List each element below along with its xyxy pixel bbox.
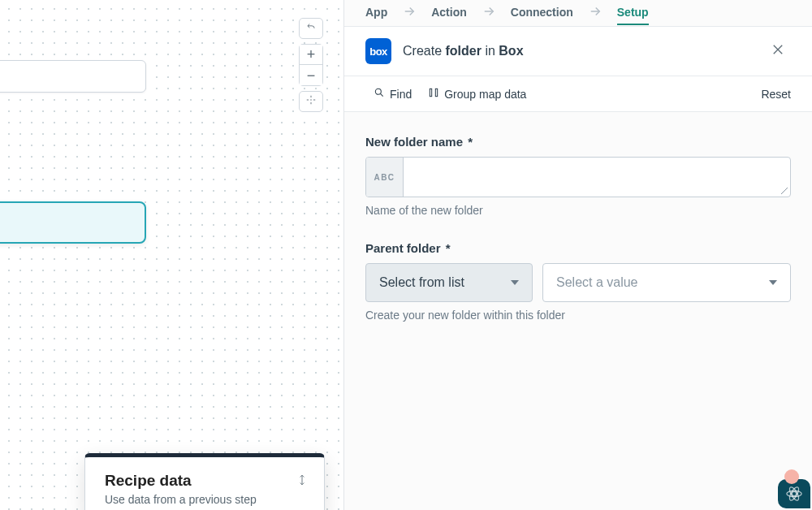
chevron-right-icon [482,4,496,22]
chevron-right-icon [588,4,603,22]
svg-rect-2 [430,89,432,96]
svg-point-1 [375,89,381,94]
workflow-node-trigger[interactable] [0,60,146,93]
field-help-text: Name of the new folder [365,204,791,217]
field-help-text: Create your new folder within this folde… [365,309,791,322]
setup-form: New folder name * ABC Name of the new fo… [344,112,812,510]
box-app-icon: box [365,38,391,64]
resize-handle-icon[interactable] [779,158,790,197]
text-type-icon: ABC [366,158,404,197]
assistant-fab[interactable] [778,479,810,508]
title-object: folder [445,44,481,58]
parent-folder-value-select[interactable]: Select a value [542,263,791,302]
breadcrumb-step-app[interactable]: App [365,6,387,25]
undo-icon [305,21,317,36]
group-map-data-button[interactable]: Group map data [428,87,526,101]
group-map-label: Group map data [444,88,526,101]
required-mark: * [446,241,451,255]
search-icon [374,87,385,101]
drag-handle-icon[interactable] [296,473,308,490]
setup-panel: App Action Connection Setup box Create f… [344,0,812,510]
canvas-zoom-in-button[interactable]: + [299,44,323,65]
close-button[interactable] [765,38,791,64]
svg-point-4 [792,491,797,496]
folder-name-input[interactable] [404,158,779,197]
find-label: Find [390,88,412,101]
canvas-fit-button[interactable] [299,91,323,112]
select-mode-label: Select from list [379,275,464,290]
chevron-right-icon [402,4,417,22]
field-label-text: New folder name [365,135,463,149]
breadcrumb-step-action[interactable]: Action [431,6,467,25]
parent-folder-mode-select[interactable]: Select from list [365,263,533,302]
find-button[interactable]: Find [374,87,412,101]
workflow-node-action-selected[interactable] [0,201,146,244]
plus-icon: + [307,47,316,62]
field-new-folder-name: New folder name * ABC Name of the new fo… [365,135,791,217]
folder-name-input-wrap: ABC [365,157,791,197]
workflow-canvas[interactable]: + − Recipe data Use data from a previous… [0,0,344,510]
title-app: Box [499,44,523,58]
caret-down-icon [769,275,777,290]
panel-titlebar: box Create folder in Box [344,26,812,76]
reset-label: Reset [761,88,791,101]
reset-button[interactable]: Reset [761,88,791,101]
notification-badge [784,469,799,484]
title-in: in [485,44,495,58]
field-parent-folder: Parent folder * Select from list Select … [365,241,791,322]
fit-to-screen-icon [305,94,317,109]
group-map-icon [428,87,439,101]
select-value-placeholder: Select a value [556,275,638,290]
panel-title: Create folder in Box [403,44,524,58]
required-mark: * [468,135,473,149]
close-icon [771,42,785,60]
recipe-data-popover: Recipe data Use data from a previous ste… [84,453,325,510]
minus-icon: − [307,68,316,83]
field-label-text: Parent folder [365,241,441,255]
canvas-zoom-out-button[interactable]: − [299,65,323,86]
canvas-undo-button[interactable] [299,18,323,39]
breadcrumb: App Action Connection Setup [344,0,812,26]
caret-down-icon [511,275,519,290]
breadcrumb-step-connection[interactable]: Connection [511,6,573,25]
breadcrumb-step-setup[interactable]: Setup [617,6,649,25]
recipe-data-subtitle: Use data from a previous step [105,493,304,506]
panel-toolbar: Find Group map data Reset [344,76,812,112]
recipe-data-title: Recipe data [105,472,304,490]
svg-rect-3 [436,89,438,96]
title-action: Create [403,44,442,58]
svg-point-0 [310,99,311,100]
app-icon-label: box [369,45,387,58]
